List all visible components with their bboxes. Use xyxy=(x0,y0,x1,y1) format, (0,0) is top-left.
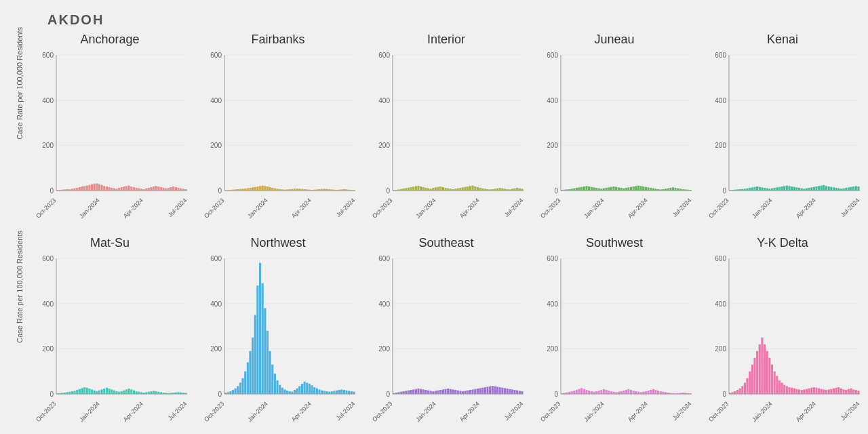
svg-text:Jan-2024: Jan-2024 xyxy=(414,400,437,423)
svg-rect-429 xyxy=(271,365,273,394)
svg-rect-647 xyxy=(818,389,820,394)
svg-text:0: 0 xyxy=(722,391,726,398)
svg-rect-287 xyxy=(756,186,758,191)
svg-rect-455 xyxy=(336,391,338,394)
svg-rect-640 xyxy=(801,390,803,394)
chart-svg-container-0-4: 0200400600Oct-2023Jan-2024Apr-2024Jul-20… xyxy=(698,48,867,231)
svg-rect-229 xyxy=(610,187,612,191)
svg-rect-254 xyxy=(672,187,674,191)
svg-rect-649 xyxy=(823,389,825,394)
chart-cell-0-4: Kenai0200400600Oct-2023Jan-2024Apr-2024J… xyxy=(698,27,867,231)
svg-rect-553 xyxy=(583,389,585,394)
svg-rect-446 xyxy=(313,387,315,394)
svg-rect-383 xyxy=(155,391,157,394)
svg-rect-451 xyxy=(326,391,328,394)
svg-rect-25 xyxy=(98,184,100,191)
svg-rect-89 xyxy=(259,186,261,191)
chart-title-0-1: Fairbanks xyxy=(251,33,304,47)
svg-rect-374 xyxy=(133,391,135,394)
svg-rect-316 xyxy=(828,186,830,191)
svg-rect-526 xyxy=(513,390,515,394)
svg-rect-297 xyxy=(781,186,783,191)
svg-rect-448 xyxy=(318,389,320,394)
svg-text:Oct-2023: Oct-2023 xyxy=(707,400,730,422)
svg-text:200: 200 xyxy=(42,142,54,149)
svg-rect-163 xyxy=(444,188,446,191)
svg-rect-325 xyxy=(850,187,852,191)
svg-rect-484 xyxy=(410,390,412,394)
svg-rect-548 xyxy=(571,391,573,394)
svg-rect-357 xyxy=(91,389,93,394)
svg-rect-350 xyxy=(73,391,75,394)
svg-rect-453 xyxy=(331,391,333,394)
svg-rect-222 xyxy=(593,187,595,191)
svg-rect-17 xyxy=(79,187,81,191)
svg-rect-634 xyxy=(786,386,788,394)
svg-rect-549 xyxy=(573,391,575,394)
svg-rect-581 xyxy=(652,389,654,394)
svg-rect-571 xyxy=(627,389,629,394)
svg-rect-461 xyxy=(351,391,353,394)
svg-text:Oct-2023: Oct-2023 xyxy=(203,197,225,219)
svg-rect-57 xyxy=(177,188,179,191)
svg-text:Apr-2024: Apr-2024 xyxy=(122,400,144,422)
svg-text:600: 600 xyxy=(210,52,222,59)
svg-rect-236 xyxy=(627,187,629,191)
svg-text:400: 400 xyxy=(715,300,726,308)
svg-text:Jul-2024: Jul-2024 xyxy=(335,197,356,218)
chart-svg: 0200400600Oct-2023Jan-2024Apr-2024Jul-20… xyxy=(362,252,530,431)
svg-rect-514 xyxy=(484,387,486,394)
svg-rect-456 xyxy=(338,390,340,394)
svg-rect-414 xyxy=(235,389,237,394)
svg-rect-372 xyxy=(128,389,130,394)
svg-rect-20 xyxy=(86,186,88,191)
svg-rect-574 xyxy=(635,391,637,394)
svg-rect-34 xyxy=(121,187,123,191)
svg-rect-319 xyxy=(835,188,837,191)
chart-svg: 0200400600Oct-2023Jan-2024Apr-2024Jul-20… xyxy=(698,252,867,431)
svg-rect-579 xyxy=(647,391,649,394)
chart-title-0-3: Juneau xyxy=(594,33,634,47)
svg-rect-49 xyxy=(157,186,159,191)
svg-rect-50 xyxy=(160,187,162,191)
svg-rect-417 xyxy=(241,378,243,394)
svg-rect-580 xyxy=(650,390,652,394)
svg-rect-244 xyxy=(647,187,649,191)
svg-rect-636 xyxy=(791,388,793,394)
svg-text:600: 600 xyxy=(42,52,54,59)
svg-rect-169 xyxy=(459,188,461,191)
svg-text:200: 200 xyxy=(210,345,222,353)
svg-rect-302 xyxy=(793,187,795,191)
svg-rect-449 xyxy=(321,391,323,394)
svg-rect-24 xyxy=(96,183,98,191)
svg-rect-422 xyxy=(254,315,256,394)
svg-rect-241 xyxy=(640,186,642,191)
svg-rect-663 xyxy=(857,391,859,394)
svg-rect-657 xyxy=(843,389,845,394)
svg-rect-623 xyxy=(759,344,761,394)
svg-rect-520 xyxy=(499,387,501,394)
svg-rect-626 xyxy=(766,351,768,394)
svg-rect-29 xyxy=(108,187,110,191)
svg-rect-243 xyxy=(645,187,647,191)
chart-cell-0-3: Juneau0200400600Oct-2023Jan-2024Apr-2024… xyxy=(530,27,698,231)
svg-rect-238 xyxy=(633,186,635,191)
svg-rect-366 xyxy=(113,391,115,394)
svg-rect-85 xyxy=(249,188,251,191)
svg-rect-27 xyxy=(103,186,105,191)
svg-rect-570 xyxy=(625,390,627,394)
chart-svg: 0200400600Oct-2023Jan-2024Apr-2024Jul-20… xyxy=(194,252,362,431)
svg-rect-645 xyxy=(813,387,815,394)
svg-rect-652 xyxy=(830,389,832,394)
svg-rect-219 xyxy=(585,186,587,191)
svg-text:Jul-2024: Jul-2024 xyxy=(671,400,692,421)
svg-rect-500 xyxy=(450,389,452,394)
svg-rect-290 xyxy=(764,188,766,191)
svg-rect-288 xyxy=(759,187,761,191)
y-axis-label-row-1: Case Rate per 100,000 Residents xyxy=(14,231,26,363)
svg-rect-659 xyxy=(848,389,850,394)
svg-text:Oct-2023: Oct-2023 xyxy=(539,400,561,422)
svg-text:400: 400 xyxy=(547,300,558,308)
svg-rect-362 xyxy=(103,389,105,394)
svg-text:400: 400 xyxy=(210,97,222,104)
